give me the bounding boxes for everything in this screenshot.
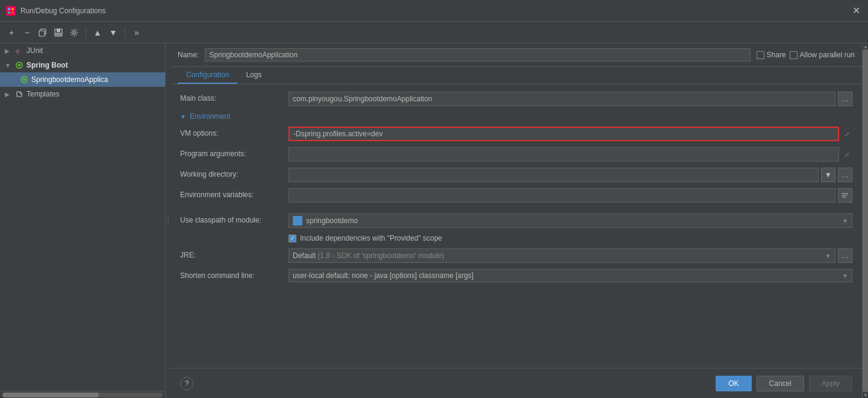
jre-label: JRE: (180, 248, 283, 259)
include-deps-row: ✓ Include dependencies with "Provided" s… (180, 234, 852, 242)
scrollbar-thumb[interactable] (863, 49, 868, 392)
window-title: Run/Debug Configurations (20, 7, 105, 15)
svg-rect-3 (11, 11, 14, 14)
working-dir-row: Working directory: ▼ … (180, 168, 852, 182)
right-scrollbar[interactable]: ▲ ▼ (862, 43, 868, 398)
classpath-module-icon (293, 216, 302, 226)
ok-button[interactable]: OK (716, 376, 751, 391)
templates-arrow: ▶ (5, 91, 12, 98)
env-vars-browse-button[interactable] (838, 188, 852, 203)
vm-options-row: VM options: ⤢ (180, 127, 852, 141)
main-class-input[interactable] (289, 92, 835, 106)
up-button[interactable]: ▲ (91, 26, 104, 39)
scrollbar-up-arrow[interactable]: ▲ (863, 43, 868, 49)
classpath-row: Use classpath of module: springbootdemo … (180, 213, 852, 228)
scrollbar-down-arrow[interactable]: ▼ (863, 392, 868, 398)
classpath-input-wrap: springbootdemo ▼ (289, 213, 852, 228)
env-vars-input[interactable] (289, 188, 835, 203)
springboot-label: Spring Boot (27, 61, 68, 69)
vm-options-expand-button[interactable]: ⤢ (841, 127, 852, 141)
shorten-cmd-select[interactable]: user-local default: none - java [options… (289, 269, 852, 282)
vm-options-input[interactable] (289, 127, 839, 141)
svg-rect-2 (8, 11, 10, 14)
env-vars-input-wrap (289, 188, 852, 203)
junit-icon: ◇ (14, 46, 24, 55)
close-button[interactable]: ✕ (850, 5, 862, 17)
svg-rect-7 (57, 29, 60, 32)
springboot-arrow: ▼ (5, 62, 12, 69)
help-button[interactable]: ? (180, 377, 193, 390)
jre-browse-button[interactable]: … (838, 248, 852, 263)
sidebar-item-junit[interactable]: ▶ ◇ JUnit (0, 43, 165, 58)
share-checkbox[interactable] (757, 51, 764, 59)
springbootdemo-label: SpringbootdemoApplica (31, 75, 108, 84)
parallel-label: Allow parallel run (800, 51, 855, 59)
working-dir-input[interactable] (289, 168, 819, 182)
vm-options-label: VM options: (180, 127, 283, 137)
working-dir-input-wrap: ▼ … (289, 168, 852, 182)
share-label: Share (767, 51, 786, 59)
program-args-expand-button[interactable]: ⤢ (841, 147, 852, 162)
settings-button[interactable] (67, 26, 81, 39)
action-buttons: OK Cancel Apply (716, 376, 852, 391)
copy-button[interactable] (36, 26, 49, 39)
svg-point-14 (23, 78, 25, 81)
main-layout: ▶ ◇ JUnit ▼ Spring Boot (0, 43, 868, 398)
environment-title: Environment (190, 112, 230, 121)
springbootdemo-icon (19, 75, 29, 84)
sidebar-item-springbootdemo[interactable]: SpringbootdemoApplica (0, 72, 165, 87)
shorten-cmd-input-wrap: user-local default: none - java [options… (289, 269, 852, 282)
sidebar-item-templates[interactable]: ▶ Templates (0, 87, 165, 101)
name-input[interactable] (205, 48, 750, 62)
jre-select[interactable]: Default (1.8 - SDK of 'springbootdemo' m… (289, 248, 835, 263)
program-args-row: Program arguments: ⤢ (180, 147, 852, 162)
main-class-label: Main class: (180, 92, 283, 103)
svg-rect-1 (11, 8, 14, 10)
resize-handle[interactable] (166, 43, 170, 398)
jre-default-text: Default (293, 251, 316, 260)
right-panel: Name: Share Allow parallel run Configura… (170, 43, 862, 398)
more-button[interactable]: » (130, 26, 143, 39)
jre-input-wrap: Default (1.8 - SDK of 'springbootdemo' m… (289, 248, 852, 263)
name-row: Name: Share Allow parallel run (170, 43, 862, 67)
save-button[interactable] (52, 26, 65, 39)
shorten-cmd-label: Shorten command line: (180, 269, 283, 280)
svg-rect-8 (55, 33, 61, 36)
svg-point-12 (18, 64, 20, 66)
remove-button[interactable]: − (20, 26, 34, 39)
tab-logs[interactable]: Logs (237, 67, 270, 84)
program-args-input[interactable] (289, 147, 839, 162)
tab-configuration[interactable]: Configuration (178, 67, 237, 84)
working-dir-dropdown-button[interactable]: ▼ (821, 168, 835, 182)
svg-point-9 (73, 31, 75, 34)
include-deps-checkbox[interactable]: ✓ (289, 235, 296, 242)
environment-arrow[interactable]: ▼ (180, 113, 186, 120)
templates-icon (14, 89, 24, 99)
working-dir-browse-button[interactable]: … (838, 168, 852, 182)
sidebar-item-springboot[interactable]: ▼ Spring Boot (0, 58, 165, 72)
down-button[interactable]: ▼ (107, 26, 120, 39)
svg-rect-0 (8, 8, 10, 10)
include-deps-label: Include dependencies with "Provided" sco… (300, 234, 442, 242)
junit-label: JUnit (27, 46, 43, 55)
templates-label: Templates (27, 90, 60, 98)
sidebar-scrollbar[interactable] (0, 391, 165, 398)
name-label: Name: (178, 51, 199, 59)
config-content: Main class: … ▼ Environment VM options: … (170, 84, 862, 368)
add-button[interactable]: + (5, 26, 18, 39)
parallel-checkbox-wrap: Allow parallel run (790, 51, 855, 59)
classpath-select[interactable]: springbootdemo ▼ (289, 213, 852, 228)
toolbar-separator (86, 27, 86, 38)
apply-button[interactable]: Apply (809, 376, 852, 391)
cancel-button[interactable]: Cancel (757, 376, 804, 391)
scrollbar-track[interactable] (863, 49, 868, 392)
share-area: Share Allow parallel run (757, 51, 855, 59)
classpath-label: Use classpath of module: (180, 213, 283, 224)
environment-section-header: ▼ Environment (180, 112, 852, 121)
main-class-browse-button[interactable]: … (838, 92, 852, 106)
program-args-input-wrap: ⤢ (289, 147, 852, 162)
toolbar-separator-2 (125, 27, 125, 38)
parallel-checkbox[interactable] (790, 51, 798, 59)
app-icon (6, 6, 16, 16)
junit-arrow: ▶ (5, 48, 12, 54)
